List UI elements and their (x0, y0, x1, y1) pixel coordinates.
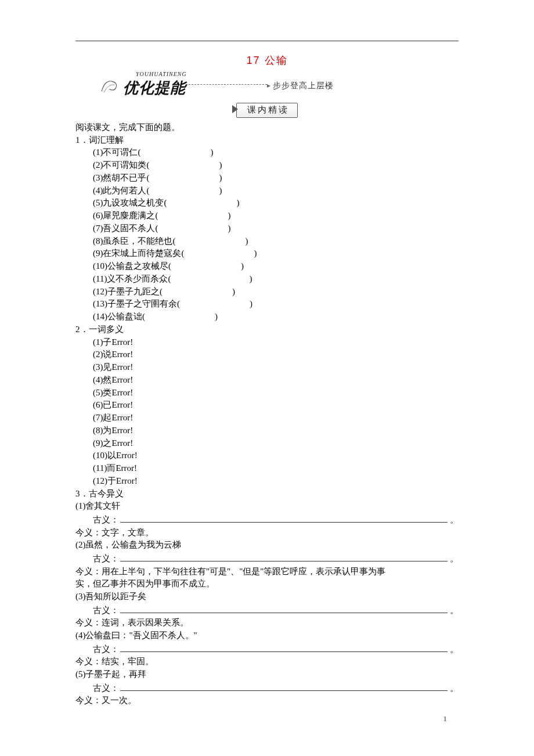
q1-item: (6)犀兕麋鹿满之( ) (93, 210, 459, 222)
q3-prompt: (3)吾知所以距子矣 (75, 591, 459, 603)
top-rule (75, 41, 459, 41)
answer-blank[interactable] (120, 603, 448, 613)
guyi-label: 古义： (93, 643, 119, 656)
q3-ancient-meaning-line: 古义：。 (93, 642, 459, 656)
answer-blank[interactable] (120, 642, 448, 652)
swirl-icon (100, 76, 122, 93)
arrow-icon: ▸ (267, 81, 270, 91)
banner-graphic: YOUHUATINENG 优化提能 (99, 71, 203, 98)
answer-blank[interactable] (120, 681, 448, 691)
q3-modern-meaning: 今义：结实，牢固。 (75, 656, 459, 668)
q3-prompt: (4)公输盘曰："吾义固不杀人。" (75, 629, 459, 642)
guyi-label: 古义： (93, 514, 119, 527)
period: 。 (450, 682, 459, 695)
q3-ancient-meaning-line: 古义：。 (93, 603, 459, 617)
q1-item: (9)在宋城上而待楚寇矣( ) (93, 247, 459, 260)
q1-item: (3)然胡不已乎( ) (93, 172, 459, 185)
q3-modern-meaning: 今义：连词，表示因果关系。 (75, 617, 459, 629)
q1-item: (4)此为何若人( ) (93, 185, 459, 197)
q3-prompt: (5)子墨子起，再拜 (75, 668, 459, 681)
q2-item: (5)类Error! (93, 387, 459, 399)
banner-row: YOUHUATINENG 优化提能 ▸ 步步登高上层楼 (75, 71, 459, 99)
guyi-label: 古义： (93, 553, 119, 566)
q1-item: (2)不可谓知类( ) (93, 159, 459, 172)
q2-heading: 2．一词多义 (75, 323, 459, 336)
period: 。 (450, 553, 459, 566)
intro-text: 阅读课文，完成下面的题。 (75, 121, 459, 134)
q3-modern-meaning: 实，但乙事并不因为甲事而不成立。 (75, 578, 459, 591)
answer-blank[interactable] (120, 552, 448, 561)
q1-item: (13)子墨子之守圉有余( ) (93, 298, 459, 311)
q1-item: (7)吾义固不杀人( ) (93, 222, 459, 235)
q1-item: (8)虽杀臣，不能绝也( ) (93, 235, 459, 248)
q2-item: (7)起Error! (93, 412, 459, 424)
banner-subtitle: 步步登高上层楼 (273, 80, 334, 92)
q2-item: (3)见Error! (93, 361, 459, 374)
q2-item: (1)子Error! (93, 336, 459, 349)
page-title: 17 公输 (75, 53, 459, 68)
q1-item: (1)不可谓仁( ) (93, 146, 459, 159)
q3-ancient-meaning-line: 古义：。 (93, 552, 459, 566)
banner-main: 优化提能 (123, 77, 186, 99)
q3-modern-meaning: 今义：用在上半句，下半句往往有"可是"、"但是"等跟它呼应，表示承认甲事为事 (75, 566, 459, 578)
q2-item: (4)然Error! (93, 374, 459, 387)
q3-prompt: (1)舍其文轩 (75, 500, 459, 513)
period: 。 (450, 643, 459, 656)
q3-prompt: (2)虽然，公输盘为我为云梯 (75, 539, 459, 552)
q1-heading: 1．词汇理解 (75, 134, 459, 147)
guyi-label: 古义： (93, 604, 119, 617)
q1-item: (14)公输盘诎( ) (93, 311, 459, 323)
banner-dashes (186, 84, 267, 85)
q2-item: (11)而Error! (93, 462, 459, 475)
q3-heading: 3．古今异义 (75, 488, 459, 501)
q3-ancient-meaning-line: 古义：。 (93, 513, 459, 527)
section-tag: 课内精读 (236, 103, 298, 118)
q2-item: (12)于Error! (93, 475, 459, 488)
q2-item: (8)为Error! (93, 424, 459, 437)
page-number: 1 (443, 714, 448, 725)
period: 。 (450, 604, 459, 617)
q2-item: (9)之Error! (93, 437, 459, 450)
q3-modern-meaning: 今义：文字，文章。 (75, 527, 459, 539)
q3-ancient-meaning-line: 古义：。 (93, 681, 459, 695)
q2-item: (10)以Error! (93, 449, 459, 462)
q2-item: (2)说Error! (93, 348, 459, 361)
guyi-label: 古义： (93, 682, 119, 695)
answer-blank[interactable] (120, 513, 448, 523)
period: 。 (450, 514, 459, 527)
q1-item: (11)义不杀少而杀众( ) (93, 273, 459, 286)
q3-modern-meaning: 今义：又一次。 (75, 694, 459, 707)
q2-item: (6)已Error! (93, 399, 459, 412)
q1-item: (12)子墨子九距之( ) (93, 286, 459, 298)
q1-item: (10)公输盘之攻械尽( ) (93, 260, 459, 273)
q1-item: (5)九设攻城之机变( ) (93, 197, 459, 210)
section-tag-row: 课内精读 (75, 103, 459, 118)
